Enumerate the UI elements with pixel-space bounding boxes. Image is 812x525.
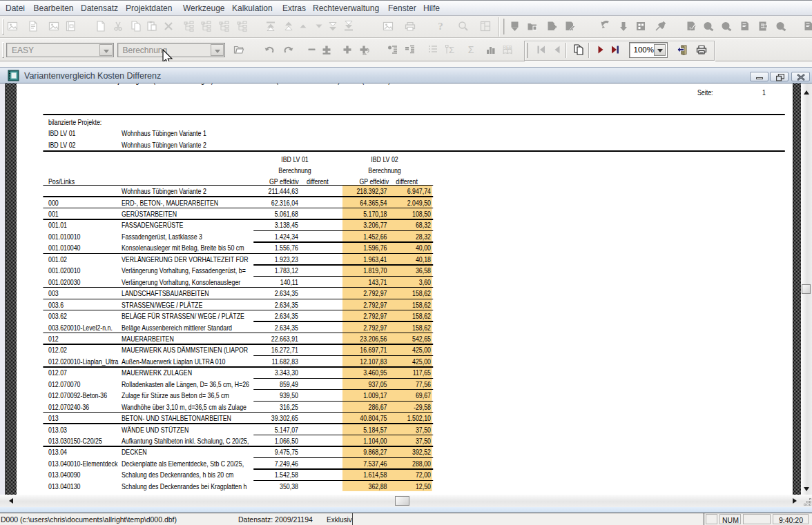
svg-text:Σ: Σ (449, 45, 454, 55)
svg-text:?: ? (438, 21, 443, 32)
svg-text:REB: REB (503, 45, 512, 50)
svg-text:Σ: Σ (468, 44, 474, 55)
